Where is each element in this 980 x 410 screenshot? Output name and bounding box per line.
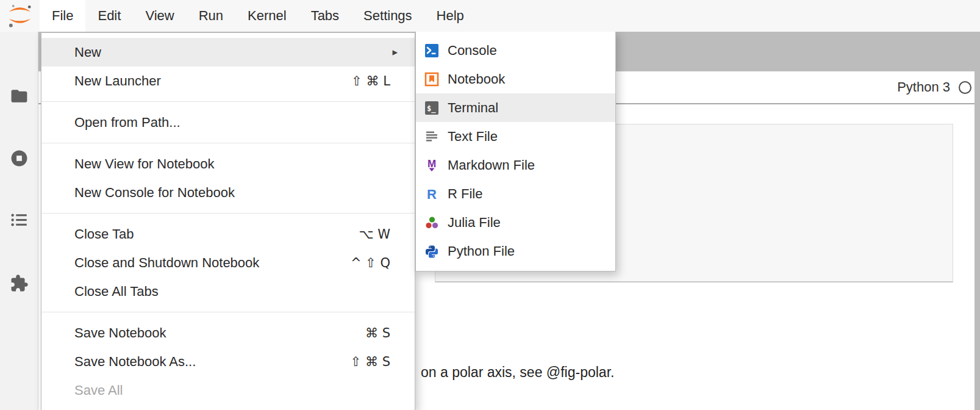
new-submenu-item-notebook[interactable]: Notebook [416,65,615,93]
menubar-item-tabs[interactable]: Tabs [299,0,351,32]
menubar-item-kernel[interactable]: Kernel [235,0,299,32]
file-menu-item-new-launcher[interactable]: New Launcher⇧ ⌘ L [41,67,415,95]
new-submenu-item-python-file[interactable]: Python File [416,237,615,265]
scrollbar-track[interactable] [975,71,980,410]
menu-item-label: Terminal [448,100,498,116]
file-menu-item-save-notebook[interactable]: Save Notebook⌘ S [41,318,415,347]
menu-separator [41,101,415,102]
svg-text:R: R [427,187,437,201]
menu-item-shortcut: ⌥ W [359,227,400,242]
terminal-icon: $_ [424,101,439,115]
menubar-item-help[interactable]: Help [424,0,476,32]
file-menu-item-close-all-tabs[interactable]: Close All Tabs [41,277,415,306]
menu-item-label: Close and Shutdown Notebook [74,255,259,271]
menu-item-label: New View for Notebook [74,156,215,172]
menu-item-label: R File [448,186,482,202]
file-menu-item-save-all: Save All [41,376,415,405]
jupyter-logo-icon [5,2,34,30]
menu-item-shortcut: ⇧ ⌘ L [351,74,400,88]
console-icon [424,43,439,58]
new-submenu-item-julia-file[interactable]: Julia File [416,208,615,237]
menu-item-label: Python File [448,243,515,259]
menubar-item-settings[interactable]: Settings [351,0,424,32]
file-menu-item-open-from-path[interactable]: Open from Path... [41,108,415,137]
julia-icon [424,215,439,230]
file-menu-item-new-console-for-notebook[interactable]: New Console for Notebook [41,178,415,207]
menubar-item-view[interactable]: View [133,0,186,32]
new-submenu-item-text-file[interactable]: Text File [416,122,615,151]
menu-item-label: Close All Tabs [74,284,159,300]
markdown-icon: M [424,158,439,173]
menu-item-label: Save All [74,383,123,398]
menu-item-label: New Console for Notebook [74,185,235,201]
left-sidebar [0,32,38,410]
menu-item-label: Julia File [448,215,501,231]
menu-item-label: New [74,45,101,60]
menubar-item-file[interactable]: File [40,0,85,32]
file-menu-item-close-tab[interactable]: Close Tab⌥ W [41,220,415,248]
file-menu-item-new[interactable]: New▸ [41,38,415,67]
menu-bar: FileEditViewRunKernelTabsSettingsHelp [0,0,980,32]
file-menu-item-save-notebook-as[interactable]: Save Notebook As...⇧ ⌘ S [41,347,415,376]
menu-item-shortcut: ⌘ S [365,326,400,340]
menubar-item-edit[interactable]: Edit [85,0,133,32]
svg-text:$_: $_ [427,104,436,113]
new-submenu-item-markdown-file[interactable]: M Markdown File [416,151,615,179]
sidebar-tab-folder-icon[interactable] [10,87,29,106]
menu-item-shortcut: ⇧ ⌘ S [351,354,400,369]
menu-item-label: Close Tab [74,226,134,242]
sidebar-tab-running-sessions-icon[interactable] [10,149,29,168]
python-icon [424,244,439,259]
svg-text:M: M [427,158,436,170]
sidebar-tab-table-of-contents-icon[interactable] [10,210,29,229]
menu-item-label: Notebook [448,71,505,87]
new-submenu-item-r-file[interactable]: RR File [416,179,615,208]
menu-item-label: Open from Path... [74,115,181,131]
new-submenu-item-console[interactable]: Console [416,36,615,65]
new-submenu-item-terminal[interactable]: $_Terminal [416,93,615,122]
sidebar-tab-extensions-icon[interactable] [10,274,29,293]
menu-item-label: Save Notebook As... [74,354,196,370]
r-file-icon: R [424,187,439,201]
menu-bar-items: FileEditViewRunKernelTabsSettingsHelp [40,0,476,32]
new-submenu: Console Notebook $_Terminal Text FileM M… [415,31,616,272]
menu-item-label: Console [448,43,497,59]
menu-item-label: Text File [448,129,498,145]
notebook-icon [424,72,439,87]
menubar-item-run[interactable]: Run [187,0,235,32]
submenu-arrow-icon: ▸ [392,46,400,59]
file-menu-dropdown: New▸New Launcher⇧ ⌘ LOpen from Path...Ne… [41,32,415,410]
menu-separator [41,213,415,214]
file-menu-item-close-and-shutdown-notebook[interactable]: Close and Shutdown Notebook^ ⇧ Q [41,248,415,277]
menu-item-label: Save Notebook [74,325,166,341]
kernel-name-label[interactable]: Python 3 [897,79,950,95]
menu-separator [41,312,415,312]
kernel-status-icon[interactable] [959,81,971,94]
menu-item-label: Markdown File [448,157,535,173]
menu-separator [41,143,415,143]
file-menu-item-new-view-for-notebook[interactable]: New View for Notebook [41,149,415,178]
menu-item-label: New Launcher [74,73,161,89]
text-file-icon [424,129,439,144]
menu-item-shortcut: ^ ⇧ Q [351,256,400,270]
markdown-cell-text[interactable]: on a polar axis, see @fig-polar. [421,364,614,381]
